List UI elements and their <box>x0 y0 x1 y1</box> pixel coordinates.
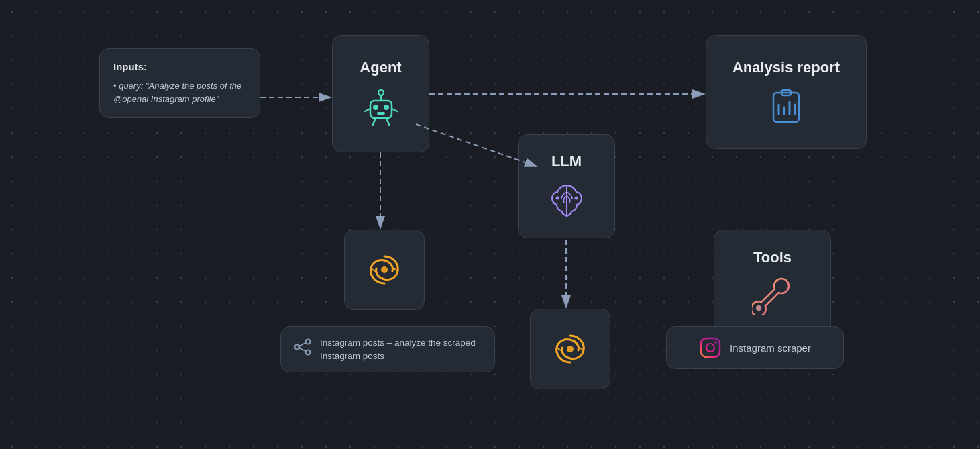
svg-point-22 <box>295 345 300 350</box>
cyclone-icon-2 <box>550 329 590 369</box>
instagram-scraper-text: Instagram scraper <box>730 342 811 354</box>
svg-point-19 <box>756 305 761 311</box>
svg-point-1 <box>373 105 378 110</box>
svg-point-17 <box>555 196 559 199</box>
analysis-box: Analysis report <box>706 35 867 149</box>
wrench-icon <box>752 273 794 315</box>
svg-line-8 <box>373 118 376 125</box>
analysis-label: Analysis report <box>732 59 840 77</box>
instagram-posts-box: Instagram posts – analyze the scraped In… <box>280 326 495 372</box>
brain-icon <box>545 177 588 220</box>
inputs-bullet: • query: "Analyze the posts of the @open… <box>113 79 246 105</box>
svg-point-20 <box>381 266 388 273</box>
llm-label: LLM <box>551 153 582 170</box>
share-nodes-icon <box>293 338 312 356</box>
robot-icon <box>358 83 404 129</box>
svg-point-29 <box>714 341 717 344</box>
svg-point-21 <box>567 346 574 352</box>
agent-box: Agent <box>332 35 429 152</box>
svg-point-24 <box>306 350 311 355</box>
llm-box: LLM <box>518 134 615 238</box>
cyclone-icon-1 <box>364 250 404 290</box>
svg-point-23 <box>306 340 311 344</box>
svg-point-5 <box>378 90 384 95</box>
svg-line-25 <box>299 343 306 346</box>
inputs-bullet-label: query: <box>119 81 143 91</box>
inputs-title: Inputs: <box>113 61 147 72</box>
svg-rect-27 <box>701 338 720 357</box>
svg-point-28 <box>706 344 714 352</box>
instagram-icon <box>699 336 722 359</box>
svg-line-9 <box>386 118 389 125</box>
svg-line-26 <box>299 348 306 352</box>
svg-point-2 <box>384 105 389 110</box>
svg-point-18 <box>574 196 578 199</box>
tools-box: Tools <box>714 230 831 334</box>
cyclone-box-1 <box>344 230 425 310</box>
instagram-scraper-box: Instagram scraper <box>666 326 844 369</box>
tools-label: Tools <box>753 249 792 266</box>
instagram-posts-text: Instagram posts – analyze the scraped In… <box>320 336 482 362</box>
svg-rect-0 <box>370 101 392 118</box>
agent-label: Agent <box>360 59 401 77</box>
inputs-box: Inputs: • query: "Analyze the posts of t… <box>99 48 260 118</box>
svg-rect-3 <box>377 112 385 115</box>
clipboard-chart-icon <box>767 86 806 125</box>
cyclone-box-2 <box>530 309 610 389</box>
